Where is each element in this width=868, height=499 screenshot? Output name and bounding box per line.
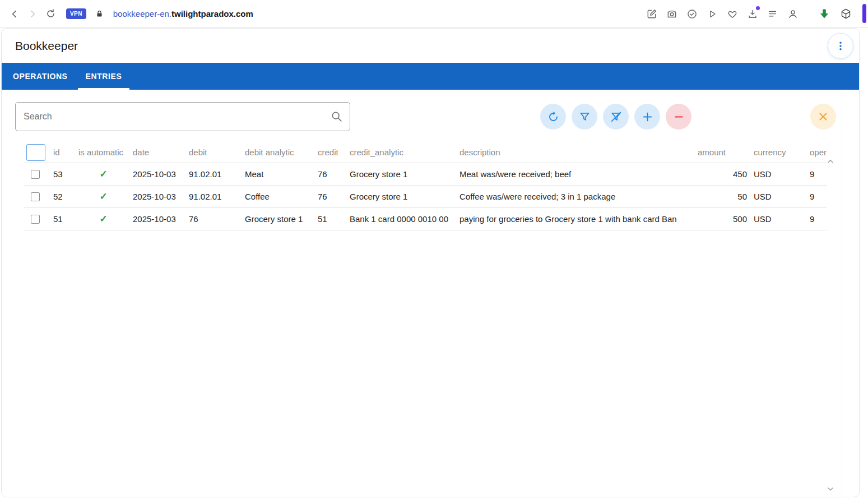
- remove-row-button[interactable]: [666, 104, 691, 130]
- reload-icon[interactable]: [43, 6, 58, 22]
- table-row[interactable]: 53 ✓ 2025-10-03 91.02.01 Meat 76 Grocery…: [24, 163, 827, 185]
- row-select-cell: [24, 163, 51, 185]
- cell-currency: USD: [751, 163, 807, 185]
- cell-id: 53: [51, 163, 76, 185]
- forward-icon[interactable]: [25, 6, 40, 22]
- cell-amount: 450: [695, 163, 751, 185]
- cell-credit: 76: [315, 163, 347, 185]
- vpn-badge[interactable]: VPN: [66, 8, 86, 19]
- filter-button[interactable]: [572, 104, 597, 130]
- url-bar[interactable]: bookkeeper-en.twilightparadox.com: [113, 9, 253, 19]
- cell-oper: 9: [807, 185, 827, 207]
- cell-debit: 76: [187, 207, 243, 230]
- check-circle-icon[interactable]: [684, 6, 700, 22]
- refresh-icon: [547, 110, 560, 123]
- profile-icon[interactable]: [785, 6, 801, 22]
- tab-bar: OPERATIONS ENTRIES: [2, 63, 859, 90]
- cell-amount: 500: [695, 207, 751, 230]
- browser-chrome: VPN bookkeeper-en.twilightparadox.com: [0, 0, 868, 28]
- cell-credit-analytic: Bank 1 card 0000 0010 00: [347, 207, 457, 230]
- notification-dot: [756, 6, 760, 10]
- lock-icon[interactable]: [92, 6, 108, 22]
- tab-entries[interactable]: ENTRIES: [78, 63, 130, 90]
- cell-is-automatic: ✓: [76, 207, 131, 230]
- minus-icon: [672, 110, 685, 123]
- filter-off-button[interactable]: [603, 104, 629, 130]
- cell-description: Coffee was/were received; 3 in 1 package: [457, 185, 695, 207]
- cell-amount: 50: [695, 185, 751, 207]
- reading-list-icon[interactable]: [765, 6, 781, 22]
- table-header-row: id is automatic date debit debit analyti…: [24, 142, 827, 163]
- content-panel: id is automatic date debit debit analyti…: [2, 90, 842, 497]
- cell-credit: 76: [315, 185, 347, 207]
- toolbar: [2, 90, 842, 142]
- row-select-cell: [24, 185, 51, 207]
- col-currency[interactable]: currency: [751, 142, 807, 163]
- cell-date: 2025-10-03: [131, 207, 187, 230]
- table-row[interactable]: 52 ✓ 2025-10-03 91.02.01 Coffee 76 Groce…: [24, 185, 827, 207]
- cell-debit-analytic: Coffee: [243, 185, 315, 207]
- cell-is-automatic: ✓: [76, 185, 131, 207]
- downloads-icon[interactable]: [745, 6, 760, 22]
- header-select-box[interactable]: [26, 144, 45, 161]
- menu-button[interactable]: [828, 33, 853, 59]
- edit-icon[interactable]: [644, 6, 660, 22]
- cell-id: 51: [51, 207, 76, 230]
- cell-oper: 9: [807, 207, 827, 230]
- col-debit[interactable]: debit: [187, 142, 243, 163]
- send-icon[interactable]: [704, 6, 720, 22]
- filter-off-icon: [610, 110, 623, 123]
- heart-icon[interactable]: [725, 6, 740, 22]
- app-window: Bookkeeper OPERATIONS ENTRIES: [1, 28, 860, 497]
- cell-debit-analytic: Meat: [243, 163, 315, 185]
- app-header: Bookkeeper: [2, 29, 859, 63]
- camera-icon[interactable]: [664, 6, 680, 22]
- check-icon: ✓: [99, 191, 107, 202]
- cell-credit: 51: [315, 207, 347, 230]
- cell-date: 2025-10-03: [131, 163, 187, 185]
- table-row[interactable]: 51 ✓ 2025-10-03 76 Grocery store 1 51 Ba…: [24, 207, 827, 230]
- browser-actions: [643, 6, 862, 22]
- row-checkbox[interactable]: [31, 170, 40, 179]
- col-credit[interactable]: credit: [315, 142, 347, 163]
- cell-credit-analytic: Grocery store 1: [347, 185, 457, 207]
- row-select-cell: [24, 207, 51, 230]
- search-input[interactable]: [16, 103, 350, 131]
- page-title: Bookkeeper: [15, 39, 78, 53]
- add-row-button[interactable]: [634, 104, 660, 130]
- col-amount[interactable]: amount: [695, 142, 751, 163]
- close-button[interactable]: [810, 104, 836, 130]
- download-arrow-icon[interactable]: [816, 6, 832, 22]
- tab-operations[interactable]: OPERATIONS: [5, 63, 76, 90]
- cell-currency: USD: [751, 207, 807, 230]
- scroll-down-icon[interactable]: [827, 483, 834, 493]
- action-buttons: [540, 104, 836, 130]
- entries-table: id is automatic date debit debit analyti…: [24, 142, 827, 230]
- scroll-up-icon[interactable]: [827, 156, 834, 166]
- plus-icon: [641, 110, 654, 123]
- cell-debit: 91.02.01: [187, 185, 243, 207]
- col-id[interactable]: id: [51, 142, 76, 163]
- cell-id: 52: [51, 185, 76, 207]
- url-domain: twilightparadox.com: [171, 9, 253, 19]
- url-subdomain: bookkeeper-en.: [113, 9, 171, 19]
- col-date[interactable]: date: [131, 142, 187, 163]
- col-is-automatic[interactable]: is automatic: [76, 142, 131, 163]
- back-icon[interactable]: [7, 6, 22, 22]
- search-icon: [331, 110, 343, 123]
- filter-icon: [578, 110, 591, 123]
- cell-date: 2025-10-03: [131, 185, 187, 207]
- search-box[interactable]: [15, 102, 350, 131]
- col-select: [24, 142, 51, 163]
- refresh-button[interactable]: [540, 104, 566, 130]
- row-checkbox[interactable]: [31, 192, 40, 201]
- col-description[interactable]: description: [457, 142, 695, 163]
- col-debit-analytic[interactable]: debit analytic: [243, 142, 315, 163]
- row-checkbox[interactable]: [31, 215, 40, 224]
- col-oper[interactable]: oper: [807, 142, 827, 163]
- cell-debit: 91.02.01: [187, 163, 243, 185]
- col-credit-analytic[interactable]: credit_analytic: [347, 142, 457, 163]
- kebab-icon: [835, 40, 846, 52]
- extensions-icon[interactable]: [838, 6, 853, 22]
- scrollbar-thumb[interactable]: [862, 4, 866, 23]
